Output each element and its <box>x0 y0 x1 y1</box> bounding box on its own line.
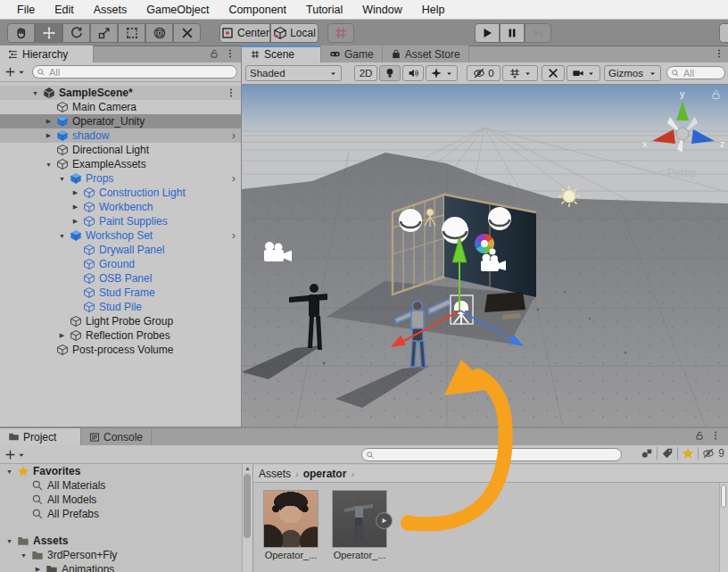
hand-tool-button[interactable] <box>7 23 35 43</box>
grid-visibility-dropdown[interactable] <box>502 65 538 81</box>
scene-search-input[interactable] <box>682 67 721 79</box>
search-by-label-icon[interactable] <box>661 447 674 460</box>
axis-y-label[interactable]: y <box>680 88 685 99</box>
custom-tool-button[interactable] <box>173 23 201 43</box>
pivot-center-button[interactable]: Center <box>219 23 270 43</box>
expand-arrow-icon[interactable]: ▼ <box>29 90 41 96</box>
menu-file[interactable]: File <box>7 0 45 20</box>
breadcrumb-assets[interactable]: Assets <box>259 468 291 480</box>
kebab-menu-icon[interactable] <box>714 48 724 59</box>
hierarchy-scene-row[interactable]: ▼ SampleScene* <box>0 86 241 100</box>
move-tool-button[interactable] <box>35 23 62 43</box>
hierarchy-item-light-probe-group[interactable]: Light Probe Group <box>0 314 241 328</box>
expand-arrow-icon[interactable]: ▶ <box>70 218 81 225</box>
hierarchy-item-paint-supplies[interactable]: ▶Paint Supplies <box>0 214 241 228</box>
toolbar-right-clipped-button[interactable] <box>719 23 728 43</box>
menu-tutorial[interactable]: Tutorial <box>296 0 352 20</box>
prefab-chevron-icon[interactable]: › <box>232 229 236 242</box>
menu-assets[interactable]: Assets <box>84 0 137 20</box>
lock-icon[interactable] <box>209 48 219 59</box>
2d-toggle-button[interactable]: 2D <box>354 65 377 81</box>
shading-mode-dropdown[interactable]: Shaded <box>245 65 342 81</box>
tab-game[interactable]: Game <box>321 46 383 62</box>
hierarchy-item-stud-frame[interactable]: Stud Frame <box>0 286 241 300</box>
tab-scene[interactable]: Scene <box>242 46 321 62</box>
tab-project[interactable]: Project <box>0 428 81 445</box>
lock-icon[interactable] <box>694 430 705 441</box>
expand-arrow-icon[interactable]: ▼ <box>4 538 15 544</box>
expand-arrow-icon[interactable]: ▶ <box>70 203 81 211</box>
scene-tools-button[interactable] <box>542 65 565 81</box>
menu-component[interactable]: Component <box>219 0 296 20</box>
add-object-icon[interactable] <box>4 66 16 78</box>
play-button[interactable] <box>475 23 500 43</box>
scene-viewport[interactable]: y x z < Persp <box>242 85 728 427</box>
create-asset-caret-icon[interactable] <box>17 451 26 460</box>
pause-button[interactable] <box>500 23 525 43</box>
scene-camera-dropdown[interactable] <box>567 65 600 81</box>
expand-arrow-icon[interactable]: ▼ <box>4 468 15 475</box>
scene-effects-dropdown[interactable] <box>426 65 458 81</box>
rect-tool-button[interactable] <box>118 23 145 43</box>
tab-console[interactable]: Console <box>81 428 152 445</box>
expand-arrow-icon[interactable]: ▶ <box>56 332 68 339</box>
scrollbar-thumb[interactable] <box>244 474 251 538</box>
menu-window[interactable]: Window <box>352 0 411 20</box>
project-search-input[interactable] <box>376 449 617 461</box>
axis-x-label[interactable]: x <box>642 138 648 149</box>
tab-asset-store[interactable]: Asset Store <box>383 46 469 62</box>
asset-item-texture[interactable]: Operator_... <box>263 490 318 560</box>
menu-gameobject[interactable]: GameObject <box>136 0 219 20</box>
asset-grid-scrollbar[interactable] <box>719 483 728 572</box>
expand-arrow-icon[interactable]: ▶ <box>32 566 44 572</box>
project-search-field[interactable] <box>361 448 622 461</box>
perspective-label[interactable]: < Persp <box>658 167 696 179</box>
search-by-type-icon[interactable] <box>641 447 653 460</box>
project-tree-item-assets[interactable]: ▼Assets <box>0 534 242 548</box>
breadcrumb-operator[interactable]: operator <box>303 468 347 480</box>
project-tree-item-favorites[interactable]: ▼Favorites <box>0 464 242 478</box>
menu-help[interactable]: Help <box>412 0 455 20</box>
scene-audio-button[interactable] <box>402 65 424 81</box>
expand-arrow-icon[interactable]: ▼ <box>43 162 54 168</box>
pivot-local-button[interactable]: Local <box>270 23 318 43</box>
hierarchy-item-drywall-panel[interactable]: Drywall Panel <box>0 243 241 257</box>
scrollbar-thumb[interactable] <box>721 485 726 508</box>
hierarchy-item-osb-panel[interactable]: OSB Panel <box>0 271 241 286</box>
hierarchy-item-directional-light[interactable]: Directional Light <box>0 143 241 157</box>
favorites-star-icon[interactable] <box>682 447 694 460</box>
hierarchy-item-shadow[interactable]: ▶shadow› <box>0 128 241 143</box>
add-object-caret-icon[interactable] <box>17 68 26 77</box>
expand-arrow-icon[interactable]: ▶ <box>70 189 81 196</box>
expand-arrow-icon[interactable]: ▶ <box>43 132 54 139</box>
project-tree-item-all-models[interactable]: All Models <box>0 493 242 507</box>
hierarchy-item-ground[interactable]: Ground <box>0 257 241 271</box>
kebab-menu-icon[interactable] <box>226 87 236 98</box>
menu-edit[interactable]: Edit <box>45 0 84 20</box>
hierarchy-item-reflection-probes[interactable]: ▶Reflection Probes <box>0 328 241 343</box>
rotate-tool-button[interactable] <box>62 23 90 43</box>
kebab-menu-icon[interactable] <box>710 430 721 441</box>
hidden-objects-button[interactable]: 0 <box>467 65 500 81</box>
hierarchy-item-main-camera[interactable]: Main Camera <box>0 100 241 114</box>
hierarchy-item-stud-pile[interactable]: Stud Pile <box>0 300 241 314</box>
project-tree-item-all-materials[interactable]: All Materials <box>0 478 242 493</box>
prefab-chevron-icon[interactable]: › <box>232 172 236 185</box>
hierarchy-search-field[interactable] <box>32 65 237 79</box>
scale-tool-button[interactable] <box>90 23 118 43</box>
expand-arrow-icon[interactable]: ▼ <box>18 552 29 559</box>
project-tree-item-all-prefabs[interactable]: All Prefabs <box>0 507 242 521</box>
create-asset-icon[interactable] <box>4 449 16 460</box>
project-tree-item-animations[interactable]: ▶Animations <box>0 562 242 572</box>
axis-z-label[interactable]: z <box>720 138 725 149</box>
tab-hierarchy[interactable]: Hierarchy <box>0 46 94 62</box>
scrollbar-up-arrow[interactable]: ▲ <box>243 464 252 473</box>
scene-search-field[interactable] <box>666 66 725 79</box>
hierarchy-search-input[interactable] <box>47 66 233 79</box>
transform-tool-button[interactable] <box>145 23 173 43</box>
expand-arrow-icon[interactable]: ▼ <box>56 176 68 182</box>
expand-arrow-icon[interactable]: ▶ <box>43 118 54 125</box>
eye-off-icon[interactable] <box>702 447 715 460</box>
hierarchy-item-operator-unity[interactable]: ▶Operator_Unity <box>0 114 241 128</box>
prefab-chevron-icon[interactable]: › <box>232 129 236 142</box>
